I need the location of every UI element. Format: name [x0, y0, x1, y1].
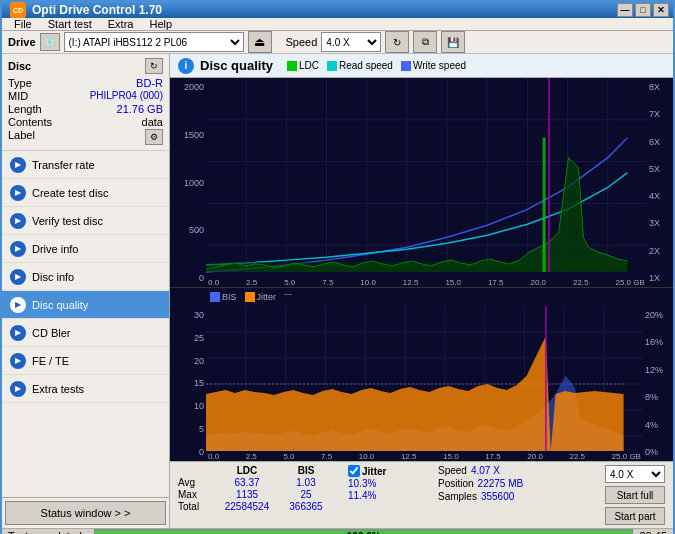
- legend-read-speed: Read speed: [327, 60, 393, 71]
- legend-write-speed: Write speed: [401, 60, 466, 71]
- avg-row: Avg 63.37 1.03: [178, 477, 338, 488]
- bottom-status-bar: Test completed 100.0% 30:45: [2, 528, 673, 534]
- speed-btn-area: 4.0 X Start full Start part: [605, 465, 665, 525]
- jitter-checkbox[interactable]: [348, 465, 360, 477]
- eject-button[interactable]: ⏏: [248, 31, 272, 53]
- speed-label-stat: Speed: [438, 465, 467, 476]
- disc-label-row: Label ⚙: [8, 129, 163, 145]
- minimize-button[interactable]: —: [617, 3, 633, 17]
- chart-bottom-svg: [206, 306, 643, 461]
- disc-type-row: Type BD-R: [8, 77, 163, 89]
- window-title: Opti Drive Control 1.70: [32, 3, 162, 17]
- copy-button[interactable]: ⧉: [413, 31, 437, 53]
- chart-bottom-header: BIS Jitter ‾‾‾: [170, 288, 673, 306]
- menu-bar: File Start test Extra Help: [2, 18, 673, 31]
- max-label: Max: [178, 489, 213, 500]
- sidebar-item-disc-quality[interactable]: ▶ Disc quality: [2, 291, 169, 319]
- drive-select[interactable]: (I:) ATAPI iHBS112 2 PL06: [64, 32, 244, 52]
- speed-label: Speed: [286, 36, 318, 48]
- chart-bottom: 30 25 20 15 10 5 0: [170, 306, 673, 461]
- start-part-button[interactable]: Start part: [605, 507, 665, 525]
- menu-help[interactable]: Help: [141, 18, 180, 30]
- samples-row: Samples 355600: [438, 491, 558, 502]
- label-button[interactable]: ⚙: [145, 129, 163, 145]
- stats-section: LDC BIS Avg 63.37 1.03 Max 1135 25 Tot: [170, 461, 673, 528]
- save-button[interactable]: 💾: [441, 31, 465, 53]
- disc-refresh-button[interactable]: ↻: [145, 58, 163, 74]
- menu-file[interactable]: File: [6, 18, 40, 30]
- legend-write-speed-color: [401, 61, 411, 71]
- position-label: Position: [438, 478, 474, 489]
- refresh-drive-button[interactable]: ↻: [385, 31, 409, 53]
- sidebar-item-extra-tests[interactable]: ▶ Extra tests: [2, 375, 169, 403]
- sidebar-item-transfer-rate[interactable]: ▶ Transfer rate: [2, 151, 169, 179]
- drive-info-label: Drive info: [32, 243, 78, 255]
- ldc-header: LDC: [217, 465, 277, 476]
- total-ldc: 22584524: [217, 501, 277, 512]
- chart-top-x-labels: 0.0 2.5 5.0 7.5 10.0 12.5 15.0 17.5 20.0…: [206, 278, 647, 287]
- disc-quality-icon: ▶: [10, 297, 26, 313]
- chart-top-y-right: 8X 7X 6X 5X 4X 3X 2X 1X: [647, 78, 673, 287]
- jitter-stats: Jitter 10.3% 11.4%: [348, 465, 428, 501]
- start-full-button[interactable]: Start full: [605, 486, 665, 504]
- jitter-max: 11.4%: [348, 490, 428, 501]
- main-window: CD Opti Drive Control 1.70 — □ ✕ File St…: [0, 0, 675, 534]
- legend-ldc-color: [287, 61, 297, 71]
- disc-info-icon: ▶: [10, 269, 26, 285]
- sidebar-status: Status window > >: [2, 497, 169, 528]
- sidebar-item-verify-test-disc[interactable]: ▶ Verify test disc: [2, 207, 169, 235]
- sidebar-item-drive-info[interactable]: ▶ Drive info: [2, 235, 169, 263]
- legend-jitter: Jitter: [245, 292, 277, 302]
- total-label: Total: [178, 501, 213, 512]
- disc-quality-label: Disc quality: [32, 299, 88, 311]
- avg-bis: 1.03: [281, 477, 331, 488]
- drive-icon: 💿: [40, 33, 60, 51]
- extra-tests-label: Extra tests: [32, 383, 84, 395]
- sidebar-item-cd-bler[interactable]: ▶ CD Bler: [2, 319, 169, 347]
- position-val: 22275 MB: [478, 478, 524, 489]
- title-icon: CD: [10, 2, 26, 18]
- create-test-disc-icon: ▶: [10, 185, 26, 201]
- status-window-button[interactable]: Status window > >: [5, 501, 166, 525]
- total-row: Total 22584524 366365: [178, 501, 338, 512]
- disc-quality-header-icon: i: [178, 58, 194, 74]
- chart-bottom-x-labels: 0.0 2.5 5.0 7.5 10.0 12.5 15.0 17.5 20.0…: [206, 452, 643, 461]
- sidebar: Disc ↻ Type BD-R MID PHILPR04 (000) Leng…: [2, 54, 170, 528]
- title-controls: — □ ✕: [617, 3, 669, 17]
- close-button[interactable]: ✕: [653, 3, 669, 17]
- jitter-header: Jitter: [348, 465, 428, 477]
- chart-top-y-left: 2000 1500 1000 500 0: [170, 78, 206, 287]
- drive-bar: Drive 💿 (I:) ATAPI iHBS112 2 PL06 ⏏ Spee…: [2, 31, 673, 54]
- maximize-button[interactable]: □: [635, 3, 651, 17]
- avg-label: Avg: [178, 477, 213, 488]
- speed-row: Speed 4.07 X: [438, 465, 558, 476]
- speed-select-stats[interactable]: 4.0 X: [605, 465, 665, 483]
- time-text: 30:45: [639, 530, 667, 534]
- jitter-avg: 10.3%: [348, 478, 428, 489]
- drive-info-icon: ▶: [10, 241, 26, 257]
- chart-top-area: 0.0 2.5 5.0 7.5 10.0 12.5 15.0 17.5 20.0…: [206, 78, 647, 287]
- total-bis: 366365: [281, 501, 331, 512]
- menu-start-test[interactable]: Start test: [40, 18, 100, 30]
- title-bar: CD Opti Drive Control 1.70 — □ ✕: [2, 2, 673, 18]
- fe-te-icon: ▶: [10, 353, 26, 369]
- menu-extra[interactable]: Extra: [100, 18, 142, 30]
- legend-read-speed-color: [327, 61, 337, 71]
- sidebar-item-fe-te[interactable]: ▶ FE / TE: [2, 347, 169, 375]
- sidebar-item-disc-info[interactable]: ▶ Disc info: [2, 263, 169, 291]
- speed-select[interactable]: 4.0 X: [321, 32, 381, 52]
- samples-val: 355600: [481, 491, 514, 502]
- create-test-disc-label: Create test disc: [32, 187, 108, 199]
- disc-info-label: Disc info: [32, 271, 74, 283]
- sidebar-item-create-test-disc[interactable]: ▶ Create test disc: [2, 179, 169, 207]
- disc-mid-row: MID PHILPR04 (000): [8, 90, 163, 102]
- verify-test-disc-label: Verify test disc: [32, 215, 103, 227]
- cd-bler-label: CD Bler: [32, 327, 71, 339]
- chart-bottom-y-right: 20% 16% 12% 8% 4% 0%: [643, 306, 673, 461]
- progress-bar-container: 100.0%: [94, 529, 633, 534]
- max-row: Max 1135 25: [178, 489, 338, 500]
- chart-bottom-y-left: 30 25 20 15 10 5 0: [170, 306, 206, 461]
- verify-test-disc-icon: ▶: [10, 213, 26, 229]
- max-ldc: 1135: [217, 489, 277, 500]
- disc-quality-header: i Disc quality LDC Read speed Write spee…: [170, 54, 673, 78]
